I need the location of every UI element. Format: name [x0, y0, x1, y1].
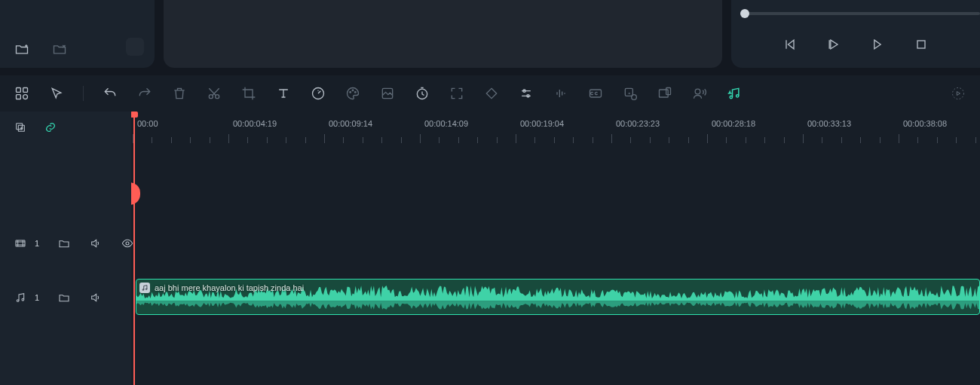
svg-point-29 [22, 298, 24, 301]
audio-track-mute-icon[interactable] [89, 291, 103, 304]
render-preview-icon[interactable] [950, 85, 966, 102]
svg-point-5 [209, 95, 213, 99]
new-folder-icon[interactable] [14, 41, 30, 57]
svg-rect-18 [660, 90, 669, 97]
voice-icon[interactable] [691, 85, 708, 102]
next-frame-button[interactable] [869, 36, 886, 53]
ruler-label: 00:00:09:14 [329, 119, 372, 128]
text-icon[interactable] [275, 85, 292, 102]
svg-rect-16 [625, 88, 632, 96]
audio-clip[interactable]: aaj bhi mere khayalon ki tapish zinda ha… [136, 279, 980, 315]
svg-point-28 [17, 300, 19, 302]
subtitle-style-icon[interactable] [622, 85, 639, 102]
delete-icon[interactable] [171, 85, 188, 102]
player-panel [731, 0, 980, 68]
svg-rect-26 [16, 240, 25, 246]
audio-clip-title: aaj bhi mere khayalon ki tapish zinda ha… [155, 283, 304, 292]
templates-icon[interactable] [14, 85, 30, 102]
music-beat-icon[interactable] [726, 85, 743, 102]
playhead[interactable] [133, 112, 135, 385]
time-ruler[interactable]: 00:0000:00:04:1900:00:09:1400:00:14:0900… [131, 112, 980, 145]
keyframe-icon[interactable] [483, 85, 500, 102]
delete-folder-icon[interactable] [51, 41, 68, 57]
video-track-icon [14, 237, 27, 250]
svg-point-9 [352, 90, 354, 91]
redo-icon[interactable] [136, 85, 153, 102]
captions-icon[interactable] [587, 85, 604, 102]
svg-point-31 [145, 289, 147, 290]
ruler-label: 00:00:23:23 [616, 119, 660, 128]
svg-point-22 [737, 95, 739, 97]
ruler-label: 00:00:28:18 [712, 119, 755, 128]
svg-point-20 [695, 89, 700, 94]
svg-point-27 [126, 242, 129, 245]
ruler-label: 00:00:14:09 [424, 119, 468, 128]
player-progress-knob[interactable] [740, 9, 749, 18]
video-track-number: 1 [35, 239, 39, 248]
timeline: 1 1 00:0000:00:04:1900:00:09:1400:00:14:… [0, 112, 980, 385]
preview-canvas [164, 0, 722, 68]
add-track-icon[interactable] [14, 121, 27, 134]
audio-track-icon [14, 291, 27, 304]
prev-frame-button[interactable] [782, 36, 798, 53]
svg-point-23 [953, 88, 964, 99]
ruler-label: 00:00:33:13 [807, 119, 851, 128]
svg-rect-2 [23, 88, 28, 93]
svg-rect-0 [917, 41, 925, 48]
music-note-icon [139, 283, 150, 293]
timer-icon[interactable] [414, 85, 430, 102]
playhead-marker[interactable] [131, 182, 140, 205]
mask-icon[interactable] [379, 85, 396, 102]
player-progress-track[interactable] [745, 12, 980, 15]
media-panel [0, 0, 155, 68]
cut-icon[interactable] [206, 85, 222, 102]
speed-icon[interactable] [310, 85, 326, 102]
audio-meters-icon[interactable] [553, 85, 569, 102]
track-header-column: 1 1 [0, 112, 131, 385]
audio-track-lock-icon[interactable] [57, 291, 71, 304]
crop-icon[interactable] [240, 85, 257, 102]
ruler-label: 00:00:38:08 [903, 119, 947, 128]
svg-point-8 [350, 92, 351, 93]
link-tracks-icon[interactable] [44, 121, 57, 134]
collapse-panel-button[interactable] [126, 38, 144, 56]
timeline-body[interactable]: 00:0000:00:04:1900:00:09:1400:00:14:0900… [131, 112, 980, 385]
svg-rect-4 [23, 95, 28, 99]
ruler-label: 00:00:04:19 [233, 119, 277, 128]
color-icon[interactable] [345, 85, 361, 102]
video-track-lock-icon[interactable] [57, 237, 71, 250]
timeline-toolbar [0, 75, 980, 112]
svg-point-30 [142, 289, 144, 291]
svg-rect-3 [17, 95, 21, 99]
stop-button[interactable] [913, 36, 929, 53]
play-button[interactable] [825, 36, 842, 53]
undo-icon[interactable] [102, 85, 118, 102]
svg-point-10 [355, 92, 357, 93]
svg-rect-1 [17, 88, 21, 93]
svg-point-6 [216, 95, 219, 99]
adjust-icon[interactable] [518, 85, 534, 102]
toolbar-separator [83, 86, 84, 101]
aspect-icon[interactable] [657, 85, 673, 102]
fit-icon[interactable] [449, 85, 465, 102]
video-track-mute-icon[interactable] [89, 237, 103, 250]
ruler-label: 00:00 [137, 119, 158, 128]
select-icon[interactable] [48, 85, 65, 102]
svg-point-17 [632, 95, 637, 100]
ruler-label: 00:00:19:04 [520, 119, 564, 128]
svg-point-21 [730, 96, 732, 98]
audio-track-number: 1 [35, 293, 39, 302]
